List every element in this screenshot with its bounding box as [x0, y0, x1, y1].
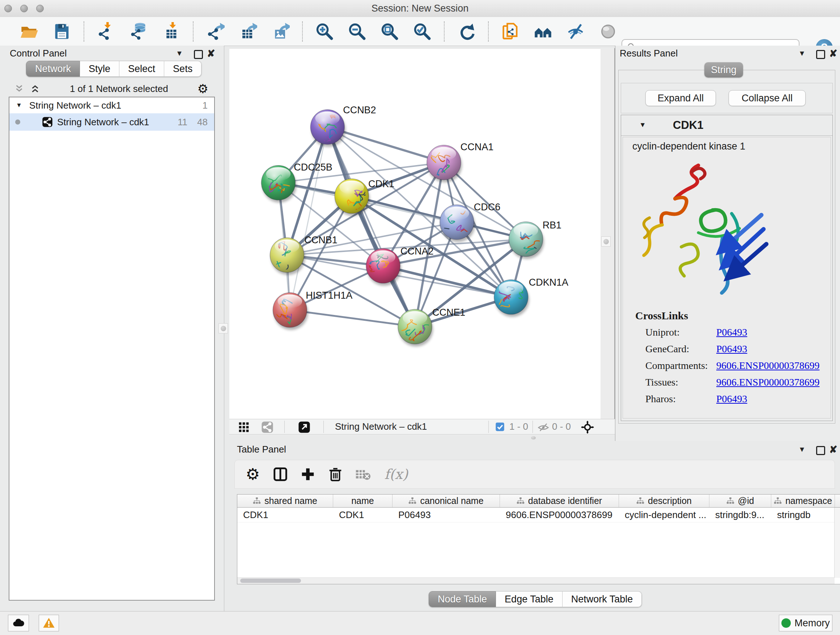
table-panel-float-icon[interactable]: [816, 446, 825, 455]
crosslink-label: Compartments:: [645, 357, 716, 374]
grid-view-icon[interactable]: [238, 421, 249, 433]
export-image-icon[interactable]: [271, 22, 290, 41]
refresh-icon[interactable]: [457, 22, 476, 41]
zoom-fit-icon[interactable]: [380, 22, 399, 41]
import-network-icon[interactable]: [96, 22, 115, 41]
results-panel-menu-icon[interactable]: ▼: [798, 49, 806, 57]
table-cell[interactable]: stringdb:9...: [709, 508, 771, 522]
export-table-icon[interactable]: [238, 22, 257, 41]
network-node-count: 11: [167, 117, 187, 128]
save-icon[interactable]: [52, 22, 71, 41]
column-header-canonical-name[interactable]: canonical name: [393, 494, 500, 507]
documents-share-icon[interactable]: [501, 22, 520, 41]
tab-sets[interactable]: Sets: [164, 61, 202, 77]
collapse-all-chevron-icon[interactable]: [14, 83, 25, 94]
column-header-description[interactable]: description: [619, 494, 709, 507]
network-node-CCNA1[interactable]: [427, 145, 462, 182]
network-node-CDC25B[interactable]: [261, 165, 296, 203]
cytoscape-window: Session: New Session ? Control Panel ▼ ✘…: [0, 0, 840, 635]
memory-button[interactable]: Memory: [779, 615, 832, 631]
tab-style[interactable]: Style: [80, 61, 119, 77]
eye-gray-icon[interactable]: [599, 22, 617, 41]
crosslink-link[interactable]: P06493: [716, 324, 747, 340]
show-columns-icon[interactable]: [272, 466, 289, 483]
results-panel-float-icon[interactable]: [816, 50, 825, 59]
crosslink-row: GeneCard:P06493: [645, 340, 819, 357]
column-header-database-identifier[interactable]: database identifier: [500, 494, 619, 507]
table-cell[interactable]: P06493: [393, 508, 500, 522]
crosslink-link[interactable]: 9606.ENSP00000378699: [716, 374, 819, 391]
selected-checkbox-icon[interactable]: [495, 422, 505, 432]
tab-edge-table[interactable]: Edge Table: [496, 591, 562, 607]
crosslink-label: Tissues:: [645, 374, 716, 391]
control-panel-close-icon[interactable]: ✘: [207, 48, 215, 59]
network-node-CCNB1[interactable]: [270, 238, 305, 275]
network-node-CDKN1A[interactable]: [494, 279, 529, 317]
expand-all-button[interactable]: Expand All: [645, 90, 716, 106]
control-panel-float-icon[interactable]: [194, 50, 203, 59]
table-vertical-scrollbar[interactable]: [834, 508, 840, 578]
tab-network[interactable]: Network: [26, 61, 80, 77]
tab-string[interactable]: String: [704, 62, 743, 78]
table-horizontal-scrollbar[interactable]: [237, 578, 835, 584]
string-view-icon[interactable]: [261, 421, 273, 433]
tab-node-table[interactable]: Node Table: [429, 591, 496, 607]
network-edge-CCNB2-HIST1H1A[interactable]: [290, 127, 327, 310]
tab-select[interactable]: Select: [119, 61, 164, 77]
column-header-namespace[interactable]: namespace: [771, 494, 835, 507]
network-edge-HIST1H1A-CCNE1[interactable]: [290, 310, 415, 326]
column-header-shared-name[interactable]: shared name: [237, 494, 333, 507]
network-node-CDK1[interactable]: [335, 179, 370, 216]
open-view-icon[interactable]: [298, 421, 310, 433]
zoom-selected-icon[interactable]: [413, 22, 431, 41]
network-node-HIST1H1A[interactable]: [273, 293, 308, 330]
table-cell[interactable]: CDK1: [333, 508, 393, 522]
import-database-icon[interactable]: [129, 22, 148, 41]
zoom-out-icon[interactable]: [347, 22, 366, 41]
delete-column-trash-icon[interactable]: [327, 466, 344, 483]
network-view-canvas[interactable]: CCNB2CCNA1CDC25BCDK1CDC6RB1CCNB1CCNA2CDK…: [229, 48, 600, 419]
memory-label: Memory: [794, 618, 830, 629]
tab-network-table[interactable]: Network Table: [562, 591, 642, 607]
node-label-CCNA1: CCNA1: [461, 141, 493, 152]
network-row-selected[interactable]: String Network – cdk1 11 48: [9, 113, 214, 131]
crosslink-link[interactable]: P06493: [716, 340, 747, 357]
control-panel-menu-icon[interactable]: ▼: [176, 49, 183, 57]
zoom-in-icon[interactable]: [315, 22, 334, 41]
table-panel-close-icon[interactable]: ✘: [829, 444, 837, 455]
scrollbar-handle[interactable]: [240, 578, 301, 583]
table-panel-menu-icon[interactable]: ▼: [798, 445, 806, 454]
table-row[interactable]: CDK1CDK1P064939606.ENSP00000378699cyclin…: [237, 508, 840, 523]
import-table-icon[interactable]: [162, 22, 180, 41]
warnings-button[interactable]: [39, 615, 59, 631]
add-column-icon[interactable]: [300, 466, 316, 483]
selected-node-edge-counts: 1 - 0: [509, 419, 528, 434]
left-splitter-handle[interactable]: [218, 323, 228, 333]
crosslink-link[interactable]: 9606.ENSP00000378699: [716, 357, 819, 374]
table-settings-gear-icon[interactable]: ⚙: [246, 466, 260, 483]
gene-card-header[interactable]: ▼ CDK1: [621, 115, 832, 136]
column-header-name[interactable]: name: [333, 494, 393, 507]
network-collection-row[interactable]: ▼ String Network – cdk1 1: [9, 97, 214, 113]
crosshair-navigate-icon[interactable]: [581, 421, 594, 434]
network-node-RB1[interactable]: [509, 222, 544, 259]
houses-icon[interactable]: [534, 22, 553, 41]
network-node-CCNE1[interactable]: [398, 309, 433, 347]
network-options-gear-icon[interactable]: ⚙: [197, 81, 208, 96]
column-header--id[interactable]: @id: [709, 494, 771, 507]
crosslink-link[interactable]: P06493: [716, 391, 747, 407]
expand-all-chevron-icon[interactable]: [30, 83, 41, 94]
table-cell[interactable]: cyclin-dependent ...: [619, 508, 709, 522]
cloud-status-button[interactable]: [8, 615, 29, 631]
results-panel-close-icon[interactable]: ✘: [829, 48, 837, 59]
table-cell[interactable]: stringdb: [771, 508, 835, 522]
table-cell[interactable]: 9606.ENSP00000378699: [500, 508, 619, 522]
table-cell[interactable]: CDK1: [237, 508, 333, 522]
collapse-all-button[interactable]: Collapse All: [729, 90, 806, 106]
gene-card-disclosure-icon[interactable]: ▼: [639, 121, 646, 129]
export-network-icon[interactable]: [206, 22, 225, 41]
right-splitter-handle[interactable]: [601, 236, 611, 247]
collection-disclosure-icon[interactable]: ▼: [16, 102, 22, 109]
open-folder-icon[interactable]: [20, 22, 39, 41]
eye-slash-icon[interactable]: [566, 22, 585, 41]
